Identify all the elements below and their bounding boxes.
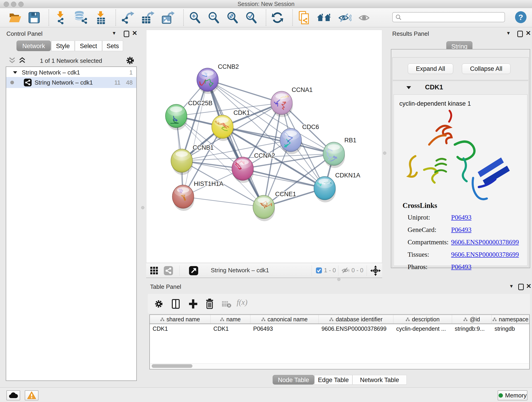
network-node-CDC25B[interactable]: CDC25B [165,100,213,130]
left-splitter-handle[interactable] [141,206,144,209]
network-row[interactable]: String Network – cdk1 11 48 [6,77,136,88]
crosslink-link[interactable]: 9606.ENSP00000378699 [451,251,519,258]
network-edge[interactable] [243,169,325,188]
zoom-selected-button[interactable] [245,12,257,24]
network-canvas[interactable]: CCNB2CCNA1CDC25BCDK1CDC6RB1CCNB1CCNA2CDK… [146,30,382,263]
expand-all-icon[interactable] [18,57,26,65]
control-panel-close-icon[interactable]: ✕ [132,29,137,37]
show-all-button[interactable] [358,12,370,23]
detach-view-icon[interactable] [189,266,198,275]
protein-collapse-icon[interactable] [406,85,412,90]
delete-trash-icon[interactable] [206,298,214,309]
network-node-CDC6[interactable]: CDC6 [280,123,319,154]
export-image-button[interactable] [161,11,175,24]
expand-all-button[interactable]: Expand All [408,64,453,74]
results-panel-float-icon[interactable] [517,31,523,37]
column-label: description [412,316,440,323]
delete-table-icon[interactable] [222,300,232,308]
collapse-all-button[interactable]: Collapse All [462,64,510,74]
column-header[interactable]: shared name [150,315,210,324]
collection-label: String Network – cdk1 [22,69,80,76]
warnings-button[interactable] [25,390,38,400]
right-splitter-handle[interactable] [383,152,386,155]
column-label: @id [470,316,480,323]
import-network-icon [54,11,67,25]
crosslink-link[interactable]: P06493 [451,263,472,270]
zoom-out-button[interactable] [208,12,220,24]
export-table-button[interactable] [141,11,154,24]
network-options-gear-icon[interactable] [126,56,135,65]
status-bar: Memory [0,387,532,402]
first-neighbors-button[interactable] [317,12,331,23]
birdseye-grid-icon[interactable] [150,266,158,275]
network-node-CCNE1[interactable]: CCNE1 [253,191,296,221]
import-network-from-file-button[interactable] [54,11,67,25]
results-panel-menu-icon[interactable]: ▾ [507,30,510,36]
table-panel-float-icon[interactable] [518,284,524,290]
tab-style[interactable]: Style [51,41,75,51]
selected-checkbox-icon[interactable] [316,267,322,274]
column-header[interactable]: @id [452,315,492,324]
clone-network-button[interactable] [298,11,310,25]
network-node-CDK1[interactable]: CDK1 [212,109,250,141]
tab-network-table[interactable]: Network Table [352,375,407,385]
export-network-button[interactable] [121,11,134,24]
network-edge[interactable] [208,80,264,207]
tab-select[interactable]: Select [75,41,102,51]
horizontal-scrollbar[interactable] [150,363,529,369]
node-label: CDC6 [302,123,319,130]
save-session-button[interactable] [28,12,40,23]
zoom-fit-button[interactable] [226,12,238,24]
tab-edge-table[interactable]: Edge Table [314,375,352,385]
open-folder-icon [9,12,22,24]
memory-label: Memory [505,392,527,399]
add-row-plus-icon[interactable] [189,299,198,309]
open-session-button[interactable] [9,12,22,24]
crosslink-link[interactable]: 9606.ENSP00000378699 [451,238,519,246]
column-header[interactable]: canonical name [250,315,319,324]
import-table-from-file-button[interactable] [95,11,107,25]
tree-expander-icon[interactable] [13,70,18,75]
column-header[interactable]: description [393,315,452,324]
network-node-RB1[interactable]: RB1 [323,137,356,168]
hidden-eye-slash-icon[interactable] [341,267,350,274]
zoom-in-button[interactable] [189,12,201,24]
zoom-fit-icon [226,12,238,24]
column-header[interactable]: database identifier [319,315,393,324]
scrollbar-thumb[interactable] [152,364,192,368]
column-header[interactable]: namespace [492,315,529,324]
control-panel-float-icon[interactable] [124,31,129,37]
results-panel-close-icon[interactable]: ✕ [526,29,531,37]
table-panel-menu-icon[interactable]: ▾ [510,283,513,289]
bottom-splitter-handle[interactable] [337,278,341,281]
collapse-all-icon[interactable] [8,57,16,65]
network-share-icon[interactable] [164,266,173,275]
network-collection-row[interactable]: String Network – cdk1 1 [6,67,136,77]
table-row[interactable]: CDK1 CDK1 P06493 9606.ENSP00000378699 cy… [150,324,529,333]
hierarchy-icon [329,318,333,321]
network-node-CDKN1A[interactable]: CDKN1A [314,172,360,202]
search-box [392,12,505,22]
table-panel-close-icon[interactable]: ✕ [526,282,531,290]
apply-layout-button[interactable] [271,12,284,24]
toolbar-separator [292,9,293,26]
control-panel-menu-icon[interactable]: ▾ [113,30,115,36]
memory-button[interactable]: Memory [498,390,527,400]
tab-sets[interactable]: Sets [102,41,123,51]
tab-node-table[interactable]: Node Table [273,375,314,385]
add-column-icon[interactable] [172,299,180,309]
crosslink-link[interactable]: P06493 [451,226,472,233]
fit-crosshair-icon[interactable] [370,265,381,276]
column-header[interactable]: name [210,315,250,324]
tab-network[interactable]: Network [17,41,51,51]
network-node-HIST1H1A[interactable]: HIST1H1A [172,180,223,211]
cloud-status-button[interactable] [6,390,20,400]
hide-selected-button[interactable] [338,12,351,23]
import-network-from-database-button[interactable] [74,11,88,25]
crosslink-link[interactable]: P06493 [451,214,472,221]
help-button[interactable]: ? [515,11,526,23]
network-edge[interactable] [183,197,264,207]
table-gear-icon[interactable] [154,299,163,308]
search-input[interactable] [401,14,505,21]
function-builder-icon[interactable]: f(x) [237,298,247,307]
